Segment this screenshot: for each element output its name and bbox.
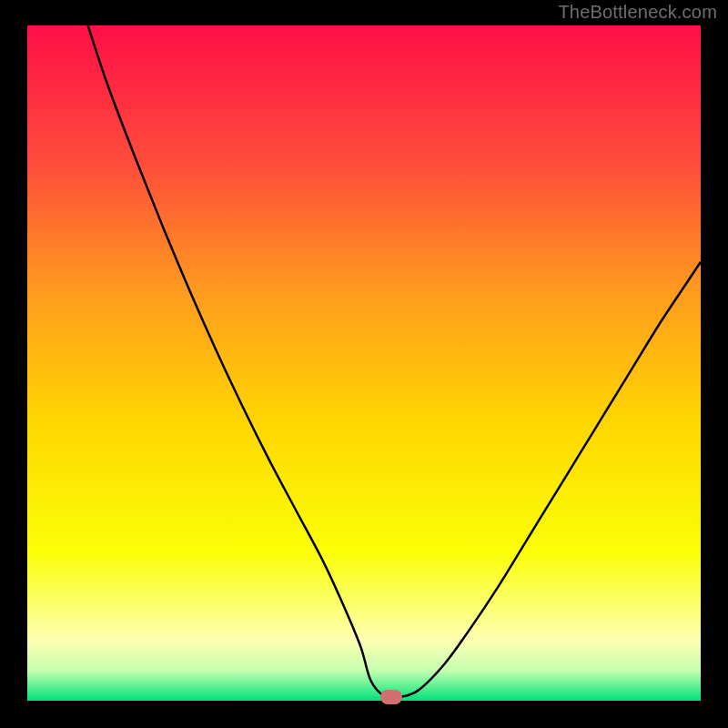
gradient-background xyxy=(27,25,701,701)
plot-area xyxy=(27,25,701,701)
bottleneck-chart-svg xyxy=(27,25,701,701)
chart-frame: TheBottleneck.com xyxy=(0,0,728,728)
watermark-text: TheBottleneck.com xyxy=(558,2,717,23)
minimum-marker xyxy=(380,690,402,704)
